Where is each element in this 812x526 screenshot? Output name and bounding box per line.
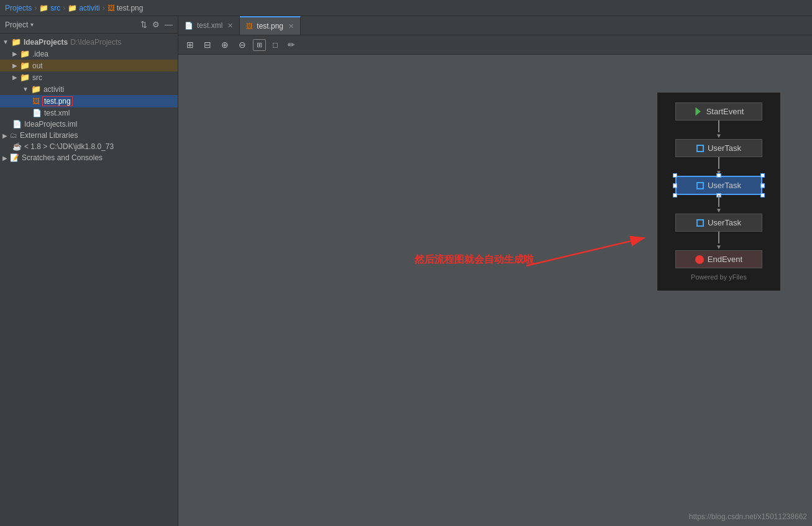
tab-xml-close-icon[interactable]: ✕ <box>227 22 233 30</box>
diagram-node-usertask1[interactable]: UserTask <box>675 139 762 157</box>
test-png-file-icon: 🖼 <box>32 97 40 106</box>
usertask2-icon <box>696 182 704 189</box>
scratches-caret-icon: ▶ <box>2 155 7 161</box>
sep2: › <box>63 4 65 12</box>
sep1: › <box>34 4 37 12</box>
toolbar-reset-button[interactable]: ⊞ <box>253 39 266 51</box>
sidebar-item-root[interactable]: ▼ 📁 IdeaProjects D:\IdeaProjects <box>0 36 178 48</box>
toolbar-edit-button[interactable]: ✏ <box>285 38 298 52</box>
src-folder-icon: 📁 <box>39 4 48 12</box>
diagram-node-end[interactable]: EndEvent <box>675 250 762 268</box>
sidebar-item-iml[interactable]: 📄 IdeaProjects.iml <box>0 119 178 130</box>
end-event-label: EndEvent <box>708 255 742 264</box>
diagram-node-start[interactable]: StartEvent <box>675 102 762 120</box>
sidebar-minimize-icon[interactable]: — <box>165 20 173 29</box>
breadcrumb-file: 🖼 test.png <box>107 4 144 12</box>
connector-3 <box>716 195 722 214</box>
ext-caret-icon: ▶ <box>2 132 7 139</box>
activiti-caret-icon: ▼ <box>22 86 29 93</box>
sep3: › <box>103 4 105 12</box>
usertask1-label: UserTask <box>708 143 741 153</box>
sidebar-item-test-png[interactable]: 🖼 test.png <box>0 95 178 107</box>
idea-folder-icon: 📁 <box>20 49 30 58</box>
canvas-area[interactable]: 然后流程图就会自动生成啦 StartEvent <box>178 55 812 526</box>
breadcrumb-projects[interactable]: Projects <box>5 4 32 12</box>
toolbar-zoom-out-button[interactable]: ⊖ <box>235 38 249 52</box>
sidebar-item-activiti[interactable]: ▼ 📁 activiti <box>0 83 178 95</box>
jdk-icon: ☕ <box>12 142 22 151</box>
tab-test-png[interactable]: 🖼 test.png ✕ <box>240 16 301 35</box>
sidebar-item-src[interactable]: ▶ 📁 src <box>0 71 178 83</box>
sidebar-item-test-xml[interactable]: 📄 test.xml <box>0 107 178 119</box>
toolbar: ⊞ ⊟ ⊕ ⊖ ⊞ □ ✏ <box>178 35 812 55</box>
svg-line-1 <box>526 238 644 266</box>
sidebar-settings-icon[interactable]: ⚙ <box>152 20 160 29</box>
file-icon: 🖼 <box>107 4 115 12</box>
connector-2 <box>716 157 722 176</box>
test-xml-file-icon: 📄 <box>32 109 42 117</box>
activiti-folder-icon: 📁 <box>68 4 77 12</box>
handle-mr <box>760 183 765 188</box>
connector-1 <box>716 120 722 139</box>
diagram-node-usertask3[interactable]: UserTask <box>675 214 762 232</box>
iml-file-icon: 📄 <box>12 120 22 129</box>
breadcrumb-activiti: 📁 activiti <box>68 4 99 12</box>
sidebar-item-external-libs[interactable]: ▶ 🗂 External Libraries <box>0 130 178 141</box>
tab-png-label: test.png <box>257 22 283 30</box>
tab-png-close-icon[interactable]: ✕ <box>288 22 294 30</box>
tab-bar: 📄 test.xml ✕ 🖼 test.png ✕ <box>178 16 812 35</box>
diagram-panel: StartEvent UserTask <box>657 92 781 291</box>
scratches-icon: 📝 <box>10 153 19 162</box>
src-folder-icon2: 📁 <box>20 73 30 82</box>
handle-tl <box>673 173 677 178</box>
usertask1-icon <box>696 145 704 152</box>
connector-4 <box>716 232 722 250</box>
start-event-icon <box>694 107 703 116</box>
usertask3-icon <box>696 219 704 227</box>
start-event-label: StartEvent <box>706 107 744 116</box>
handle-bl <box>673 193 677 197</box>
tab-png-icon: 🖼 <box>246 22 253 30</box>
handle-br <box>760 193 765 197</box>
tab-xml-label: test.xml <box>197 21 222 30</box>
annotation-text: 然后流程图就会自动生成啦 <box>414 253 534 266</box>
out-caret-icon: ▶ <box>12 62 17 69</box>
tab-xml-icon: 📄 <box>185 22 193 30</box>
root-path: D:\IdeaProjects <box>70 38 121 47</box>
sidebar-title: Project <box>5 20 28 29</box>
toolbar-fit-button[interactable]: □ <box>270 39 281 52</box>
toolbar-grid2-button[interactable]: ⊞ <box>183 38 197 52</box>
usertask2-label: UserTask <box>708 181 741 190</box>
editor-area: 📄 test.xml ✕ 🖼 test.png ✕ ⊞ ⊟ ⊕ ⊖ ⊞ □ ✏ … <box>178 16 812 526</box>
out-folder-icon: 📁 <box>20 61 30 70</box>
toolbar-table-button[interactable]: ⊟ <box>201 38 214 52</box>
powered-by-text: Powered by yFiles <box>691 273 747 281</box>
sidebar-content: ▼ 📁 IdeaProjects D:\IdeaProjects ▶ 📁 .id… <box>0 34 178 526</box>
root-label: IdeaProjects <box>24 38 68 47</box>
handle-tr <box>760 173 765 178</box>
sidebar-item-scratches[interactable]: ▶ 📝 Scratches and Consoles <box>0 152 178 163</box>
usertask3-label: UserTask <box>708 218 741 227</box>
sidebar-item-out[interactable]: ▶ 📁 out <box>0 60 178 71</box>
src-caret-icon2: ▶ <box>12 74 17 81</box>
activiti-folder-icon2: 📁 <box>31 84 41 94</box>
sidebar-caret-icon[interactable]: ▾ <box>30 21 34 28</box>
tab-test-xml[interactable]: 📄 test.xml ✕ <box>178 16 240 35</box>
root-folder-icon: 📁 <box>11 37 21 47</box>
sidebar-equalizer-icon[interactable]: ⇅ <box>140 20 147 29</box>
idea-caret-icon: ▶ <box>12 50 17 57</box>
sidebar-header: Project ▾ ⇅ ⚙ — <box>0 16 178 34</box>
root-caret-icon: ▼ <box>2 39 9 45</box>
sidebar-item-idea[interactable]: ▶ 📁 .idea <box>0 48 178 60</box>
sidebar: Project ▾ ⇅ ⚙ — ▼ 📁 IdeaProjects D:\Idea… <box>0 16 178 526</box>
sidebar-item-jdk[interactable]: ☕ < 1.8 > C:\JDK\jdk1.8.0_73 <box>0 141 178 152</box>
handle-ml <box>673 183 677 188</box>
toolbar-zoom-in-button[interactable]: ⊕ <box>218 38 232 52</box>
ext-folder-icon: 🗂 <box>10 131 17 140</box>
watermark: https://blog.csdn.net/x15011238662 <box>689 512 807 521</box>
title-bar: Projects › 📁 src › 📁 activiti › 🖼 test.p… <box>0 0 812 16</box>
diagram-node-usertask2[interactable]: UserTask <box>675 176 762 195</box>
end-event-icon <box>695 255 704 264</box>
breadcrumb-src: 📁 src <box>39 4 60 12</box>
